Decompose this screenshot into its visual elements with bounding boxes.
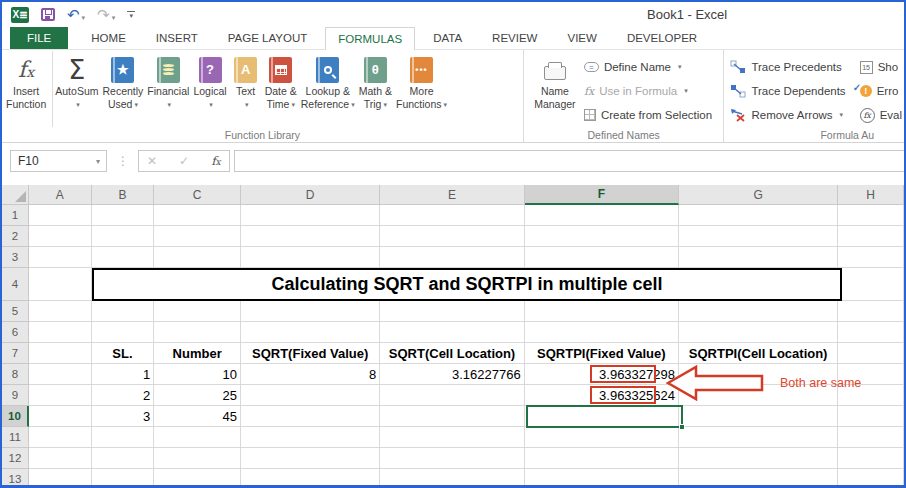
cell-E5[interactable] xyxy=(380,301,524,322)
cell-F7[interactable]: SQRTPI(Fixed Value) xyxy=(525,343,679,364)
redo-dropdown-icon[interactable]: ▾ xyxy=(112,14,116,22)
save-icon[interactable] xyxy=(41,8,55,21)
cell-D13[interactable] xyxy=(241,469,380,487)
cell-D8[interactable]: 8 xyxy=(241,364,380,385)
enter-icon[interactable]: ✓ xyxy=(179,154,189,168)
cell-E7[interactable]: SQRT(Cell Location) xyxy=(380,343,524,364)
cell-D3[interactable] xyxy=(241,247,380,268)
cell-C5[interactable] xyxy=(154,301,241,322)
row-header-7[interactable]: 7 xyxy=(2,343,29,364)
cell-C13[interactable] xyxy=(154,469,241,487)
cell-A2[interactable] xyxy=(29,226,92,247)
row-header-11[interactable]: 11 xyxy=(2,427,29,448)
create-from-selection-button[interactable]: Create from Selection xyxy=(584,103,712,127)
cell-A1[interactable] xyxy=(29,205,92,226)
cell-E11[interactable] xyxy=(380,427,524,448)
more-functions-button[interactable]: ••• More Functions▾ xyxy=(394,51,449,111)
row-header-9[interactable]: 9 xyxy=(2,385,29,406)
cell-D6[interactable] xyxy=(241,322,380,343)
define-name-button[interactable]: = Define Name▾ xyxy=(584,55,712,79)
cell-A3[interactable] xyxy=(29,247,92,268)
cell-F6[interactable] xyxy=(525,322,679,343)
cell-E3[interactable] xyxy=(380,247,524,268)
excel-logo-icon[interactable] xyxy=(11,7,29,23)
tab-page-layout[interactable]: PAGE LAYOUT xyxy=(216,27,319,49)
cell-A4[interactable] xyxy=(29,268,92,301)
cell-B3[interactable] xyxy=(92,247,155,268)
cell-F1[interactable] xyxy=(525,205,679,226)
cell-E8[interactable]: 3.16227766 xyxy=(380,364,524,385)
cell-A5[interactable] xyxy=(29,301,92,322)
autosum-button[interactable]: Σ AutoSum▾ xyxy=(53,51,100,111)
cell-D12[interactable] xyxy=(241,448,380,469)
tab-view[interactable]: VIEW xyxy=(555,27,608,49)
column-header-H[interactable]: H xyxy=(838,185,904,205)
cell-H3[interactable] xyxy=(838,247,904,268)
tab-developer[interactable]: DEVELOPER xyxy=(615,27,709,49)
cell-B5[interactable] xyxy=(92,301,155,322)
name-box[interactable]: F10 ▾ xyxy=(10,150,107,172)
fill-handle[interactable] xyxy=(679,424,685,430)
cell-B8[interactable]: 1 xyxy=(92,364,155,385)
tab-file[interactable]: FILE xyxy=(10,27,68,49)
trace-precedents-button[interactable]: Trace Precedents xyxy=(730,55,845,79)
cell-C12[interactable] xyxy=(154,448,241,469)
cell-D10[interactable] xyxy=(241,406,380,427)
cell-B9[interactable]: 2 xyxy=(92,385,155,406)
cell-C8[interactable]: 10 xyxy=(154,364,241,385)
cell-H2[interactable] xyxy=(838,226,904,247)
cell-A6[interactable] xyxy=(29,322,92,343)
cell-E13[interactable] xyxy=(380,469,524,487)
cell-E2[interactable] xyxy=(380,226,524,247)
cell-C11[interactable] xyxy=(154,427,241,448)
cell-C7[interactable]: Number xyxy=(154,343,241,364)
cell-H1[interactable] xyxy=(838,205,904,226)
customize-quick-access-icon[interactable]: ▾ xyxy=(127,11,135,18)
remove-arrows-button[interactable]: Remove Arrows▾ xyxy=(730,103,845,127)
cell-A12[interactable] xyxy=(29,448,92,469)
cell-C9[interactable]: 25 xyxy=(154,385,241,406)
use-in-formula-button[interactable]: fx Use in Formula▾ xyxy=(584,79,712,103)
cell-H13[interactable] xyxy=(838,469,904,487)
cell-D9[interactable] xyxy=(241,385,380,406)
insert-function-fx-icon[interactable]: fx xyxy=(211,154,221,168)
cell-A8[interactable] xyxy=(29,364,92,385)
cell-G11[interactable] xyxy=(679,427,838,448)
cancel-icon[interactable]: ✕ xyxy=(147,154,157,168)
cell-G12[interactable] xyxy=(679,448,838,469)
row-header-1[interactable]: 1 xyxy=(2,205,29,226)
cell-H4[interactable] xyxy=(838,268,904,301)
column-header-A[interactable]: A xyxy=(29,185,92,205)
cell-D1[interactable] xyxy=(241,205,380,226)
undo-button[interactable]: ↶ ▾ xyxy=(67,7,85,22)
cell-D5[interactable] xyxy=(241,301,380,322)
insert-function-ribbon-button[interactable]: fx Insert Function xyxy=(4,51,53,127)
cell-H5[interactable] xyxy=(838,301,904,322)
cell-C6[interactable] xyxy=(154,322,241,343)
evaluate-formula-button[interactable]: fx Eval xyxy=(860,103,902,127)
cell-B12[interactable] xyxy=(92,448,155,469)
cell-F5[interactable] xyxy=(525,301,679,322)
error-checking-button[interactable]: ! Erro xyxy=(860,79,902,103)
tab-formulas[interactable]: FORMULAS xyxy=(325,27,415,50)
cell-A11[interactable] xyxy=(29,427,92,448)
cell-D11[interactable] xyxy=(241,427,380,448)
column-header-E[interactable]: E xyxy=(380,185,524,205)
cell-A13[interactable] xyxy=(29,469,92,487)
cell-B11[interactable] xyxy=(92,427,155,448)
cell-H12[interactable] xyxy=(838,448,904,469)
row-header-12[interactable]: 12 xyxy=(2,448,29,469)
date-time-button[interactable]: Date & Time▾ xyxy=(263,51,299,111)
cell-F11[interactable] xyxy=(525,427,679,448)
row-header-4[interactable]: 4 xyxy=(2,268,29,301)
lookup-reference-button[interactable]: Lookup & Reference▾ xyxy=(299,51,357,111)
row-header-10[interactable]: 10 xyxy=(2,406,29,427)
cell-G7[interactable]: SQRTPI(Cell Location) xyxy=(679,343,838,364)
cell-D7[interactable]: SQRT(Fixed Value) xyxy=(241,343,380,364)
cell-B13[interactable] xyxy=(92,469,155,487)
cell-C10[interactable]: 45 xyxy=(154,406,241,427)
tab-data[interactable]: DATA xyxy=(421,27,474,49)
name-box-dropdown-icon[interactable]: ▾ xyxy=(90,157,106,166)
cell-A10[interactable] xyxy=(29,406,92,427)
tab-review[interactable]: REVIEW xyxy=(480,27,549,49)
